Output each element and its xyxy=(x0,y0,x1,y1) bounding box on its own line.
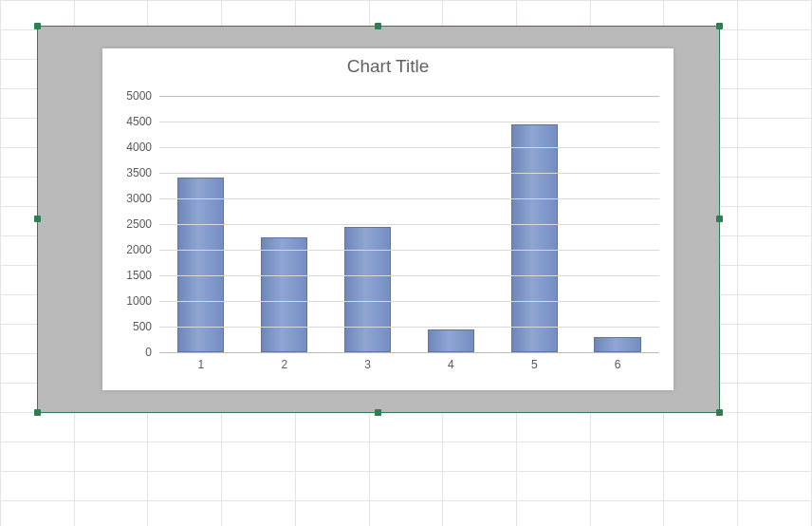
cell[interactable] xyxy=(222,442,296,472)
cell[interactable] xyxy=(369,413,443,442)
plot-area[interactable]: 123456 050010001500200025003000350040004… xyxy=(159,96,659,352)
cell[interactable] xyxy=(738,119,812,148)
gridline xyxy=(159,147,659,148)
y-tick-label: 5000 xyxy=(126,89,159,103)
cell[interactable] xyxy=(590,413,664,442)
x-tick-label: 3 xyxy=(326,352,410,371)
cell[interactable] xyxy=(369,472,443,501)
cell[interactable] xyxy=(738,413,812,442)
y-tick-label: 2000 xyxy=(126,243,159,256)
x-tick-label: 1 xyxy=(159,352,243,371)
chart-object[interactable]: Chart Title 123456 050010001500200025003… xyxy=(37,26,720,413)
cell[interactable] xyxy=(443,472,517,501)
cell[interactable] xyxy=(517,413,591,442)
x-tick-label: 2 xyxy=(243,352,326,371)
cell[interactable] xyxy=(1,442,75,472)
bar[interactable] xyxy=(428,329,474,352)
cell[interactable] xyxy=(74,472,148,501)
chart-canvas[interactable]: Chart Title 123456 050010001500200025003… xyxy=(102,48,674,390)
y-tick-label: 0 xyxy=(145,346,159,359)
y-tick-label: 3500 xyxy=(126,166,159,179)
cell[interactable] xyxy=(148,472,222,501)
cell[interactable] xyxy=(664,501,738,527)
cell[interactable] xyxy=(738,325,812,354)
bar[interactable] xyxy=(344,227,391,352)
resize-handle-tm[interactable] xyxy=(375,23,381,29)
cell[interactable] xyxy=(148,442,222,472)
cell[interactable] xyxy=(590,442,664,472)
cell[interactable] xyxy=(295,442,369,472)
gridline xyxy=(159,198,659,199)
cell[interactable] xyxy=(738,207,812,236)
bar[interactable] xyxy=(261,237,307,353)
y-tick-label: 2500 xyxy=(126,217,159,231)
cell[interactable] xyxy=(738,30,812,60)
y-tick-label: 4000 xyxy=(126,141,159,154)
resize-handle-bl[interactable] xyxy=(34,409,41,416)
resize-handle-br[interactable] xyxy=(716,409,723,416)
chart-title[interactable]: Chart Title xyxy=(102,48,674,77)
cell[interactable] xyxy=(295,472,369,501)
cell[interactable] xyxy=(1,472,75,501)
cell[interactable] xyxy=(738,472,812,501)
cell[interactable] xyxy=(369,442,443,472)
gridline xyxy=(159,327,659,328)
cell[interactable] xyxy=(664,442,738,472)
cell[interactable] xyxy=(738,89,812,119)
cell[interactable] xyxy=(664,472,738,501)
cell[interactable] xyxy=(590,501,664,527)
gridline xyxy=(159,224,659,225)
gridline xyxy=(159,173,659,174)
gridline xyxy=(159,275,659,276)
gridline xyxy=(159,250,659,251)
bar[interactable] xyxy=(594,337,640,352)
resize-handle-tr[interactable] xyxy=(716,23,723,29)
cell[interactable] xyxy=(222,472,296,501)
cell[interactable] xyxy=(517,442,591,472)
gridline xyxy=(159,352,659,353)
cell[interactable] xyxy=(738,266,812,295)
bar[interactable] xyxy=(511,124,558,352)
gridline xyxy=(159,96,659,97)
resize-handle-tl[interactable] xyxy=(34,23,41,29)
cell[interactable] xyxy=(295,413,369,442)
cell[interactable] xyxy=(738,501,812,527)
cell[interactable] xyxy=(443,442,517,472)
resize-handle-mr[interactable] xyxy=(716,216,723,222)
cell[interactable] xyxy=(369,501,443,527)
y-tick-label: 1500 xyxy=(126,269,159,282)
y-tick-label: 4500 xyxy=(126,115,159,128)
cell[interactable] xyxy=(738,178,812,207)
cell[interactable] xyxy=(1,501,75,527)
cell[interactable] xyxy=(443,413,517,442)
cell[interactable] xyxy=(222,413,296,442)
cell[interactable] xyxy=(443,501,517,527)
cell[interactable] xyxy=(738,354,812,384)
cell[interactable] xyxy=(148,501,222,527)
y-tick-label: 500 xyxy=(133,320,159,333)
gridline xyxy=(159,122,659,122)
cell[interactable] xyxy=(738,60,812,89)
cell[interactable] xyxy=(664,413,738,442)
cell[interactable] xyxy=(148,413,222,442)
cell[interactable] xyxy=(74,442,148,472)
cell[interactable] xyxy=(517,472,591,501)
resize-handle-bm[interactable] xyxy=(375,409,381,416)
cell[interactable] xyxy=(738,384,812,413)
cell[interactable] xyxy=(295,501,369,527)
cell[interactable] xyxy=(738,295,812,325)
cell[interactable] xyxy=(738,442,812,472)
cell[interactable] xyxy=(738,148,812,178)
cell[interactable] xyxy=(517,501,591,527)
x-tick-label: 6 xyxy=(576,352,659,371)
cell[interactable] xyxy=(74,413,148,442)
cell[interactable] xyxy=(590,472,664,501)
cell[interactable] xyxy=(1,413,75,442)
cell[interactable] xyxy=(222,501,296,527)
cell[interactable] xyxy=(738,1,812,30)
resize-handle-ml[interactable] xyxy=(34,216,41,222)
cell[interactable] xyxy=(738,236,812,266)
y-tick-label: 1000 xyxy=(126,294,159,308)
x-tick-label: 5 xyxy=(492,352,576,371)
cell[interactable] xyxy=(74,501,148,527)
